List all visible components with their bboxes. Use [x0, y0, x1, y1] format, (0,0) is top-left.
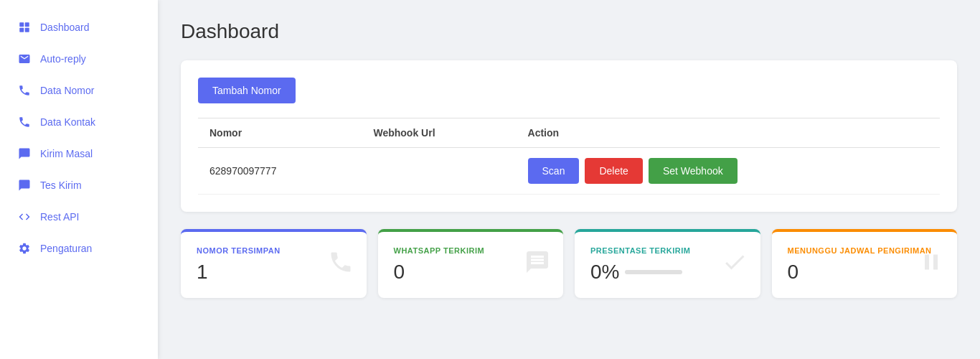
svg-rect-3 [25, 28, 29, 32]
data-nomor-icon [17, 83, 32, 98]
stat-value-presentase: 0% [590, 261, 619, 284]
stats-row: NOMOR TERSIMPAN 1 WHATSAPP TERKIRIM 0 PR… [181, 229, 957, 298]
rest-api-icon [17, 210, 32, 224]
sidebar-item-pengaturan[interactable]: Pengaturan [0, 233, 158, 264]
sidebar: Dashboard Auto-reply Data Nomor Data Kon… [0, 0, 158, 359]
sidebar-item-label: Tes Kirim [40, 180, 82, 191]
main-content: Dashboard Tambah Nomor Nomor Webhook Url… [158, 0, 980, 359]
sidebar-item-auto-reply[interactable]: Auto-reply [0, 43, 158, 75]
add-number-button[interactable]: Tambah Nomor [198, 78, 296, 103]
tes-kirim-icon [17, 178, 32, 192]
sidebar-item-label: Data Kontak [40, 116, 95, 128]
cell-nomor: 628970097777 [198, 148, 362, 195]
stat-presentase-terkirim: PRESENTASE TERKIRIM 0% [575, 229, 760, 298]
sidebar-item-rest-api[interactable]: Rest API [0, 201, 158, 233]
check-icon [722, 249, 748, 281]
progress-bar-wrap [625, 270, 682, 274]
svg-rect-0 [19, 22, 24, 27]
sidebar-item-label: Pengaturan [40, 243, 92, 254]
action-buttons: Scan Delete Set Webhook [528, 158, 928, 184]
sidebar-item-label: Data Nomor [40, 85, 94, 96]
col-nomor: Nomor [198, 118, 362, 148]
table-row: 628970097777 Scan Delete Set Webhook [198, 148, 940, 195]
scan-button[interactable]: Scan [528, 158, 580, 184]
stat-nomor-tersimpan: NOMOR TERSIMPAN 1 [181, 229, 367, 298]
col-action: Action [517, 118, 940, 148]
numbers-card: Tambah Nomor Nomor Webhook Url Action 62… [181, 60, 957, 212]
numbers-table: Nomor Webhook Url Action 628970097777 Sc… [198, 118, 940, 195]
sidebar-item-tes-kirim[interactable]: Tes Kirim [0, 169, 158, 201]
svg-rect-2 [19, 28, 24, 32]
kirim-masal-icon [17, 146, 32, 161]
cell-actions: Scan Delete Set Webhook [517, 148, 940, 195]
sidebar-item-label: Kirim Masal [40, 148, 93, 159]
set-webhook-button[interactable]: Set Webhook [649, 158, 738, 184]
sidebar-item-label: Dashboard [40, 22, 90, 33]
data-kontak-icon [17, 115, 32, 129]
pengaturan-icon [17, 241, 32, 256]
phone-icon [328, 249, 354, 281]
sidebar-item-label: Rest API [40, 211, 79, 223]
pause-icon [918, 249, 944, 281]
stat-menunggu-jadwal: MENUNGGU JADWAL PENGIRIMAN 0 [772, 229, 958, 298]
dashboard-icon [17, 20, 32, 34]
cell-webhook-url [362, 148, 516, 195]
chat-icon [524, 249, 550, 281]
sidebar-item-label: Auto-reply [40, 53, 86, 65]
delete-button[interactable]: Delete [585, 158, 642, 184]
sidebar-item-kirim-masal[interactable]: Kirim Masal [0, 138, 158, 169]
page-title: Dashboard [181, 20, 957, 43]
svg-rect-1 [25, 22, 29, 27]
sidebar-item-data-kontak[interactable]: Data Kontak [0, 106, 158, 138]
auto-reply-icon [17, 52, 32, 66]
sidebar-item-data-nomor[interactable]: Data Nomor [0, 75, 158, 106]
col-webhook: Webhook Url [362, 118, 516, 148]
stat-whatsapp-terkirim: WHATSAPP TERKIRIM 0 [378, 229, 564, 298]
sidebar-item-dashboard[interactable]: Dashboard [0, 11, 158, 43]
